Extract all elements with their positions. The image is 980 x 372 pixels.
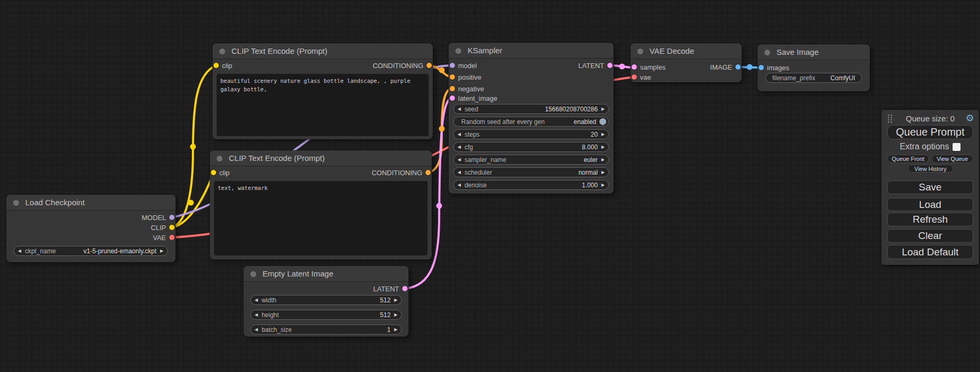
widget-label: denoise — [464, 182, 487, 189]
node-save-image[interactable]: Save Image images filename_prefix ComfyU… — [758, 44, 870, 91]
increment-arrow-icon[interactable]: ▶ — [598, 129, 608, 139]
increment-arrow-icon[interactable]: ▶ — [391, 325, 401, 335]
port-label: LATENT — [373, 285, 399, 293]
decrement-arrow-icon[interactable]: ◀ — [454, 180, 464, 190]
increment-arrow-icon[interactable]: ▶ — [598, 180, 608, 190]
node-load-checkpoint[interactable]: Load Checkpoint MODEL CLIP VAE ◀ ckpt_na… — [6, 195, 176, 262]
decrement-arrow-icon[interactable]: ◀ — [251, 295, 261, 305]
ckpt-name-widget[interactable]: ◀ ckpt_name v1-5-pruned-emaonly.ckpt ▶ — [14, 246, 168, 256]
output-port-conditioning[interactable] — [426, 63, 432, 68]
negative-prompt-textarea[interactable]: text, watermark — [214, 181, 428, 255]
decrement-arrow-icon[interactable]: ◀ — [454, 129, 464, 139]
steps-widget[interactable]: ◀ steps 20 ▶ — [453, 129, 609, 139]
queue-prompt-button[interactable]: Queue Prompt — [887, 125, 973, 139]
increment-arrow-icon[interactable]: ▶ — [598, 155, 608, 165]
node-clip-text-encode-positive[interactable]: CLIP Text Encode (Prompt) clip CONDITION… — [212, 43, 433, 139]
collapse-dot-icon[interactable] — [637, 49, 643, 54]
port-label: samples — [640, 63, 665, 71]
port-label: images — [767, 64, 789, 72]
decrement-arrow-icon[interactable]: ◀ — [454, 104, 464, 114]
widget-value: normal — [578, 169, 598, 176]
collapse-dot-icon[interactable] — [250, 271, 256, 277]
random-seed-toggle-widget[interactable]: Random seed after every gen enabled — [453, 117, 609, 127]
load-button[interactable]: Load — [887, 198, 973, 211]
port-label: IMAGE — [710, 63, 732, 71]
decrement-arrow-icon[interactable]: ◀ — [251, 325, 261, 335]
node-vae-decode[interactable]: VAE Decode samples vae IMAGE — [630, 43, 742, 82]
decrement-arrow-icon[interactable]: ◀ — [454, 142, 464, 152]
port-label: vae — [640, 73, 651, 81]
node-title: Save Image — [758, 44, 870, 60]
denoise-widget[interactable]: ◀ denoise 1.000 ▶ — [453, 180, 609, 190]
port-label: negative — [458, 85, 484, 93]
queue-front-button[interactable]: Queue Front — [887, 155, 929, 163]
input-port-clip[interactable] — [211, 170, 216, 175]
collapse-dot-icon[interactable] — [455, 48, 461, 54]
view-queue-button[interactable]: View Queue — [932, 155, 973, 163]
input-port-model[interactable] — [450, 63, 455, 68]
input-port-images[interactable] — [759, 65, 764, 70]
width-widget[interactable]: ◀ width 512 ▶ — [250, 295, 402, 305]
scheduler-widget[interactable]: ◀ scheduler normal ▶ — [453, 167, 609, 177]
widget-value: v1-5-pruned-emaonly.ckpt — [83, 247, 157, 255]
input-port-negative[interactable] — [450, 86, 455, 91]
queue-panel: Queue size: 0 ⚙ Queue Prompt Extra optio… — [881, 110, 979, 265]
filename-prefix-widget[interactable]: filename_prefix ComfyUI — [765, 73, 862, 83]
widget-value: 8.000 — [582, 144, 598, 151]
input-port-positive[interactable] — [450, 74, 455, 80]
output-port-conditioning[interactable] — [425, 170, 431, 175]
input-port-latent-image[interactable] — [450, 96, 455, 101]
clear-button[interactable]: Clear — [887, 229, 973, 243]
positive-prompt-textarea[interactable]: beautiful scenery nature glass bottle la… — [217, 74, 429, 136]
increment-arrow-icon[interactable]: ▶ — [598, 104, 608, 114]
comfyui-canvas[interactable]: Load Checkpoint MODEL CLIP VAE ◀ ckpt_na… — [0, 0, 980, 372]
settings-gear-icon[interactable]: ⚙ — [966, 112, 974, 124]
input-port-vae[interactable] — [632, 74, 637, 80]
decrement-arrow-icon[interactable]: ◀ — [14, 246, 25, 256]
decrement-arrow-icon[interactable]: ◀ — [251, 310, 261, 320]
increment-arrow-icon[interactable]: ▶ — [598, 142, 608, 152]
collapse-dot-icon[interactable] — [764, 50, 770, 55]
decrement-arrow-icon[interactable]: ◀ — [454, 167, 464, 177]
extra-options-checkbox[interactable] — [953, 143, 960, 151]
batch-size-widget[interactable]: ◀ batch_size 1 ▶ — [250, 325, 402, 335]
toggle-knob[interactable] — [599, 118, 606, 125]
node-empty-latent-image[interactable]: Empty Latent Image LATENT ◀ width 512 ▶ … — [244, 266, 409, 337]
collapse-dot-icon[interactable] — [219, 49, 225, 54]
cfg-widget[interactable]: ◀ cfg 8.000 ▶ — [453, 142, 609, 152]
collapse-dot-icon[interactable] — [217, 156, 222, 161]
link-dot — [436, 203, 442, 209]
node-ksampler[interactable]: KSampler model positive negative latent_… — [449, 43, 614, 194]
port-label: latent_image — [458, 94, 497, 102]
output-port-vae[interactable] — [169, 235, 174, 240]
view-history-button[interactable]: View History — [908, 165, 953, 173]
height-widget[interactable]: ◀ height 512 ▶ — [250, 310, 402, 320]
widget-value: enabled — [574, 118, 596, 126]
load-default-button[interactable]: Load Default — [887, 245, 973, 259]
node-title: Load Checkpoint — [6, 195, 176, 211]
input-port-clip[interactable] — [214, 63, 219, 68]
sampler-name-widget[interactable]: ◀ sampler_name euler ▶ — [453, 155, 609, 165]
decrement-arrow-icon[interactable]: ◀ — [454, 155, 464, 165]
input-port-samples[interactable] — [632, 64, 637, 70]
increment-arrow-icon[interactable]: ▶ — [391, 310, 401, 320]
increment-arrow-icon[interactable]: ▶ — [391, 295, 401, 305]
seed-widget[interactable]: ◀ seed 156680208700286 ▶ — [453, 104, 609, 114]
output-port-image[interactable] — [735, 64, 741, 70]
output-port-model[interactable] — [169, 215, 174, 220]
port-label: CLIP — [151, 224, 166, 232]
widget-value: 156680208700286 — [545, 106, 598, 113]
increment-arrow-icon[interactable]: ▶ — [157, 246, 167, 256]
widget-label: filename_prefix — [772, 74, 815, 82]
widget-label: steps — [464, 131, 480, 138]
widget-value: 1.000 — [582, 182, 598, 189]
output-port-latent[interactable] — [402, 286, 407, 291]
widget-label: sampler_name — [464, 156, 506, 164]
output-port-clip[interactable] — [169, 225, 174, 230]
node-clip-text-encode-negative[interactable]: CLIP Text Encode (Prompt) clip CONDITION… — [210, 150, 432, 260]
save-button[interactable]: Save — [887, 180, 973, 194]
collapse-dot-icon[interactable] — [13, 200, 19, 206]
output-port-latent[interactable] — [607, 63, 613, 68]
refresh-button[interactable]: Refresh — [887, 213, 973, 226]
increment-arrow-icon[interactable]: ▶ — [598, 167, 608, 177]
